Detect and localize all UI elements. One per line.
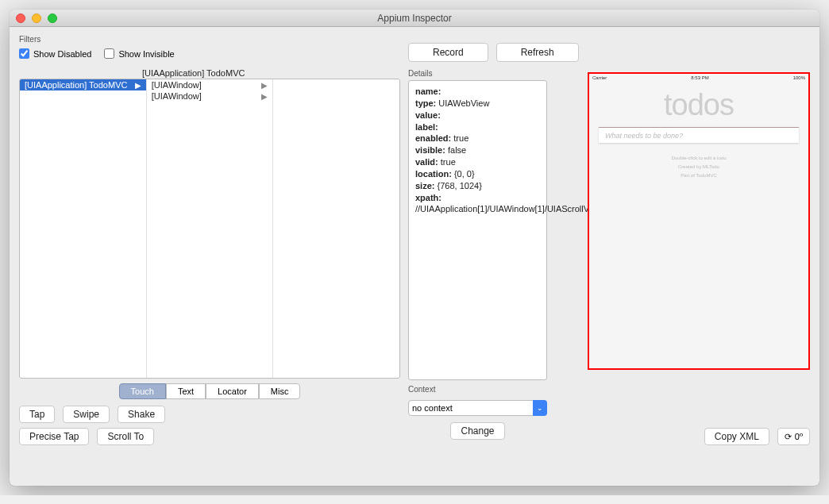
tree-item[interactable]: [UIAWindow] ▶ xyxy=(147,90,273,102)
context-label: Context xyxy=(408,385,547,394)
detail-type: UIAWebView xyxy=(438,98,489,108)
detail-visible: false xyxy=(448,145,466,155)
seg-misc[interactable]: Misc xyxy=(259,383,301,399)
seg-text[interactable]: Text xyxy=(166,383,206,399)
preview-placeholder: What needs to be done? xyxy=(605,132,683,140)
preview-footer: Double-click to edit a todo Created by M… xyxy=(589,154,808,179)
show-disabled-checkbox[interactable] xyxy=(19,48,29,59)
rotate-icon: ⟳ xyxy=(785,432,792,442)
show-disabled-label: Show Disabled xyxy=(33,49,91,59)
status-center: 8:53 PM xyxy=(691,75,708,80)
context-select-wrap[interactable]: no context ⌄ xyxy=(408,400,547,416)
precise-tap-button[interactable]: Precise Tap xyxy=(19,428,89,445)
details-box: name: type: UIAWebView value: label: ena… xyxy=(408,80,547,380)
action-buttons-row2: Precise Tap Scroll To xyxy=(19,428,400,445)
middle-pane: Record Refresh Details name: type: UIAWe… xyxy=(408,35,547,445)
left-pane: Filters Show Disabled Show Invisible [UI… xyxy=(19,35,400,445)
filters-row: Show Disabled Show Invisible xyxy=(19,45,400,63)
preview-footer2: Created by MLTodo xyxy=(589,163,808,171)
filters-label: Filters xyxy=(19,35,400,44)
column-1: [UIAWindow] ▶ [UIAWindow] ▶ xyxy=(147,79,274,378)
detail-enabled: true xyxy=(453,133,468,143)
preview-title: todos xyxy=(589,88,808,122)
preview-footer1: Double-click to edit a todo xyxy=(589,154,808,163)
show-invisible-checkbox[interactable] xyxy=(104,48,114,59)
chevron-right-icon: ▶ xyxy=(135,81,141,90)
context-row: no context ⌄ xyxy=(408,400,547,416)
window-body: Filters Show Disabled Show Invisible [UI… xyxy=(10,27,819,486)
show-disabled-wrap[interactable]: Show Disabled xyxy=(19,48,91,59)
right-pane: Carrier 8:53 PM 100% todos What needs to… xyxy=(555,35,810,445)
element-columns: [UIAApplication] TodoMVC ▶ [UIAWindow] ▶… xyxy=(19,79,400,379)
show-invisible-label: Show Invisible xyxy=(118,49,174,59)
shake-button[interactable]: Shake xyxy=(118,406,165,423)
seg-locator[interactable]: Locator xyxy=(206,383,259,399)
tree-item-label: [UIAWindow] xyxy=(152,91,202,101)
copy-xml-button[interactable]: Copy XML xyxy=(704,428,769,445)
context-select[interactable]: no context xyxy=(408,400,547,416)
top-buttons: Record Refresh xyxy=(408,43,547,62)
column-2 xyxy=(273,79,399,378)
change-button[interactable]: Change xyxy=(450,422,504,440)
show-invisible-wrap[interactable]: Show Invisible xyxy=(104,48,174,59)
action-buttons-row1: Tap Swipe Shake xyxy=(19,406,400,423)
status-right: 100% xyxy=(793,75,805,80)
tap-button[interactable]: Tap xyxy=(19,406,55,423)
breadcrumb: [UIAApplication] TodoMVC xyxy=(19,68,400,78)
tree-item[interactable]: [UIAWindow] ▶ xyxy=(147,79,273,90)
rotate-label: 0º xyxy=(795,432,803,441)
titlebar: Appium Inspector xyxy=(10,10,819,27)
bottom-right-bar: Copy XML ⟳ 0º xyxy=(704,428,810,445)
detail-valid: true xyxy=(441,157,456,167)
preview-footer3: Part of TodoMVC xyxy=(589,171,808,180)
preview-input: What needs to be done? xyxy=(599,127,799,143)
app-window: Appium Inspector Filters Show Disabled S… xyxy=(10,10,819,486)
rotate-button[interactable]: ⟳ 0º xyxy=(777,428,810,445)
device-statusbar: Carrier 8:53 PM 100% xyxy=(592,75,805,80)
chevron-right-icon: ▶ xyxy=(261,92,268,101)
status-left: Carrier xyxy=(592,75,607,80)
segmented-control: Touch Text Locator Misc xyxy=(119,383,301,399)
swipe-button[interactable]: Swipe xyxy=(63,406,110,423)
tree-item[interactable]: [UIAApplication] TodoMVC ▶ xyxy=(20,79,146,90)
seg-touch[interactable]: Touch xyxy=(119,383,166,399)
record-button[interactable]: Record xyxy=(408,43,488,62)
device-preview: Carrier 8:53 PM 100% todos What needs to… xyxy=(588,72,810,370)
details-label: Details xyxy=(408,69,547,78)
detail-location: {0, 0} xyxy=(454,169,475,179)
window-title: Appium Inspector xyxy=(10,13,819,24)
chevron-right-icon: ▶ xyxy=(261,81,268,90)
detail-size: {768, 1024} xyxy=(438,181,482,190)
tree-item-label: [UIAWindow] xyxy=(152,80,202,90)
tree-item-label: [UIAApplication] TodoMVC xyxy=(25,80,127,90)
column-0: [UIAApplication] TodoMVC ▶ xyxy=(20,79,147,378)
scroll-to-button[interactable]: Scroll To xyxy=(97,428,154,445)
